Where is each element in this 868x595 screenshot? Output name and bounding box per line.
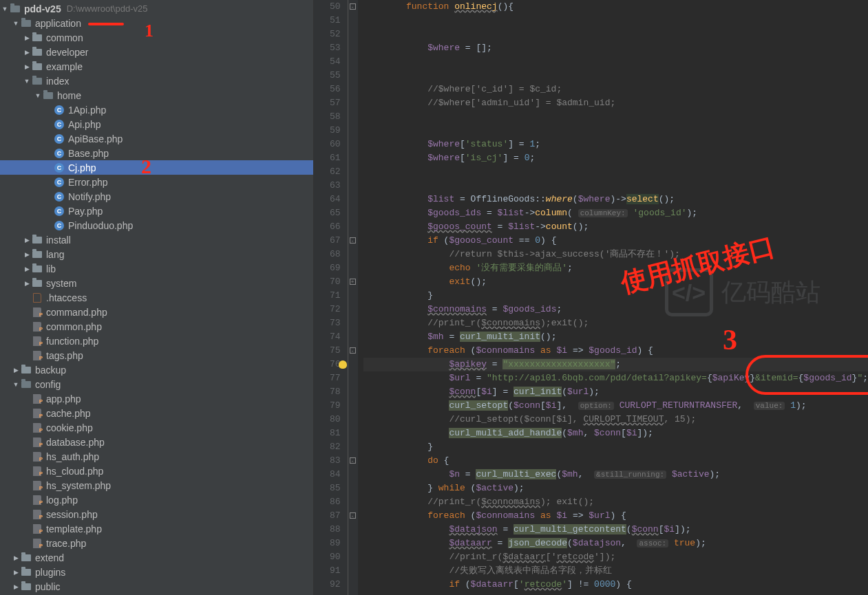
tree-arrow-icon[interactable] <box>11 19 21 28</box>
code-line[interactable]: } <box>363 289 868 303</box>
code-line[interactable]: $where['status'] = 1; <box>363 138 868 151</box>
code-line[interactable] <box>363 124 868 138</box>
tree-item-app-php[interactable]: app.php <box>0 391 313 406</box>
fold-toggle-icon[interactable]: - <box>350 347 356 354</box>
code-line[interactable]: //$where['admin_uid'] = $admin_uid; <box>363 96 868 110</box>
fold-toggle-icon[interactable]: - <box>350 237 356 244</box>
fold-toggle-icon[interactable]: - <box>350 3 356 10</box>
tree-arrow-icon[interactable] <box>22 62 32 72</box>
code-line[interactable]: $datajson = curl_multi_getcontent($conn[… <box>363 523 868 537</box>
tree-item-home[interactable]: home <box>0 88 313 102</box>
tree-item-hs_cloud-php[interactable]: hs_cloud.php <box>0 464 313 478</box>
tree-item-cache-php[interactable]: cache.php <box>0 406 313 420</box>
code-line[interactable]: $where['is_cj'] = 0; <box>363 151 868 165</box>
tree-item-hs_system-php[interactable]: hs_system.php <box>0 478 313 493</box>
code-line[interactable]: foreach ($connomains as $i => $goods_id)… <box>363 344 868 358</box>
code-line[interactable]: $gooos_count = $list->count(); <box>363 220 868 234</box>
fold-toggle-icon[interactable]: - <box>350 457 356 464</box>
code-line[interactable]: //print_r($connomains); exit(); <box>363 495 868 509</box>
tree-item-common[interactable]: common <box>0 30 313 45</box>
fold-toggle-icon[interactable]: - <box>350 512 356 519</box>
code-line[interactable]: $n = curl_multi_exec($mh, &still_running… <box>363 468 868 482</box>
tree-item-tags-php[interactable]: tags.php <box>0 348 313 363</box>
code-line[interactable] <box>363 165 868 179</box>
code-line[interactable]: do { <box>363 454 868 468</box>
tree-item-backup[interactable]: backup <box>0 363 313 377</box>
code-line[interactable]: $list = OfflineGoods::where($where)->sel… <box>363 193 868 206</box>
tree-arrow-icon[interactable] <box>0 4 10 14</box>
tree-item-lang[interactable]: lang <box>0 247 313 261</box>
code-line[interactable] <box>363 55 868 69</box>
code-line[interactable]: $goods_ids = $list->column( columnKey: '… <box>363 206 868 220</box>
tree-item-function-php[interactable]: function.php <box>0 334 313 348</box>
tree-item-example[interactable]: example <box>0 59 313 74</box>
fold-gutter[interactable]: --+--- <box>348 0 358 595</box>
code-line[interactable]: } <box>363 440 868 454</box>
tree-item-plugins[interactable]: plugins <box>0 565 313 579</box>
tree-arrow-icon[interactable] <box>11 567 21 577</box>
tree-item-template-php[interactable]: template.php <box>0 521 313 536</box>
tree-item-log-php[interactable]: log.php <box>0 493 313 507</box>
tree-item-trace-php[interactable]: trace.php <box>0 536 313 550</box>
code-editor[interactable]: 5051525354555657585960616263646566676869… <box>314 0 868 595</box>
tree-item-cookie-php[interactable]: cookie.php <box>0 420 313 435</box>
code-line[interactable]: //失败写入离线表中商品名字段，并标红 <box>363 564 868 578</box>
tree-arrow-icon[interactable] <box>22 279 32 288</box>
code-line[interactable]: $where = []; <box>363 41 868 55</box>
code-line[interactable]: echo '没有需要采集的商品'; <box>363 261 868 275</box>
code-line[interactable]: //return $this->ajax_success('商品不存在！'); <box>363 248 868 261</box>
code-line[interactable]: foreach ($connomains as $i => $url) { <box>363 509 868 523</box>
tree-item-Pinduoduo-php[interactable]: Pinduoduo.php <box>0 218 313 232</box>
tree-arrow-icon[interactable] <box>22 47 32 57</box>
tree-item-ApiBase-php[interactable]: ApiBase.php <box>0 131 313 146</box>
tree-item-Base-php[interactable]: Base.php <box>0 146 313 160</box>
tree-item-Notify-php[interactable]: Notify.php <box>0 189 313 204</box>
tree-item-application[interactable]: application <box>0 16 313 30</box>
code-content[interactable]: function onlinecj(){ $where = []; //$whe… <box>358 0 868 595</box>
tree-item-database-php[interactable]: database.php <box>0 435 313 449</box>
code-line[interactable]: curl_setopt($conn[$i], option: CURLOPT_R… <box>363 399 868 413</box>
code-line[interactable]: //print_r($dataarr['retcode']); <box>363 550 868 564</box>
code-line[interactable] <box>363 110 868 124</box>
code-line[interactable]: $connomains = $goods_ids; <box>363 303 868 316</box>
tree-arrow-icon[interactable] <box>22 235 32 245</box>
tree-item-hs_auth-php[interactable]: hs_auth.php <box>0 449 313 464</box>
code-line[interactable]: $mh = curl_multi_init(); <box>363 330 868 344</box>
tree-arrow-icon[interactable] <box>22 76 32 86</box>
tree-arrow-icon[interactable] <box>22 33 32 43</box>
tree-item-system[interactable]: system <box>0 276 313 290</box>
tree-arrow-icon[interactable] <box>33 91 43 100</box>
code-line[interactable]: function onlinecj(){ <box>363 0 868 14</box>
tree-item-1Api-php[interactable]: 1Api.php <box>0 102 313 117</box>
tree-arrow-icon[interactable] <box>11 582 21 592</box>
intention-bulb-icon[interactable] <box>339 360 347 369</box>
tree-item-developer[interactable]: developer <box>0 45 313 59</box>
code-line[interactable]: if ($gooos_count == 0) { <box>363 234 868 248</box>
code-line[interactable]: $conn[$i] = curl_init($url); <box>363 385 868 399</box>
code-line[interactable] <box>363 69 868 83</box>
code-line[interactable]: //$where['c_id'] = $c_id; <box>363 83 868 96</box>
code-line[interactable] <box>363 28 868 41</box>
tree-arrow-icon[interactable] <box>11 365 21 375</box>
code-line[interactable] <box>363 14 868 28</box>
code-line[interactable]: $apikey = "xxxxxxxxxxxxxxxxxxx"; <box>363 358 868 371</box>
fold-toggle-icon[interactable]: + <box>350 279 356 285</box>
tree-item-Api-php[interactable]: Api.php <box>0 117 313 131</box>
tree-item-pdd-v25[interactable]: pdd-v25D:\wwwroot\pdd-v25 <box>0 1 313 16</box>
tree-item-install[interactable]: install <box>0 232 313 247</box>
tree-item-lib[interactable]: lib <box>0 261 313 276</box>
tree-item-Pay-php[interactable]: Pay.php <box>0 204 313 218</box>
tree-arrow-icon[interactable] <box>22 264 32 274</box>
code-line[interactable]: if ($dataarr['retcode'] != 0000) { <box>363 578 868 592</box>
tree-item-command-php[interactable]: command.php <box>0 305 313 319</box>
code-line[interactable]: $dataarr = json_decode($datajson, assoc:… <box>363 537 868 550</box>
tree-item-extend[interactable]: extend <box>0 550 313 565</box>
tree-item-index[interactable]: index <box>0 74 313 88</box>
code-line[interactable]: curl_multi_add_handle($mh, $conn[$i]); <box>363 426 868 440</box>
tree-item-Cj-php[interactable]: Cj.php <box>0 160 313 175</box>
tree-arrow-icon[interactable] <box>22 250 32 259</box>
tree-item-common-php[interactable]: common.php <box>0 319 313 334</box>
tree-item-config[interactable]: config <box>0 377 313 391</box>
tree-item-public[interactable]: public <box>0 579 313 594</box>
tree-item-session-php[interactable]: session.php <box>0 507 313 521</box>
